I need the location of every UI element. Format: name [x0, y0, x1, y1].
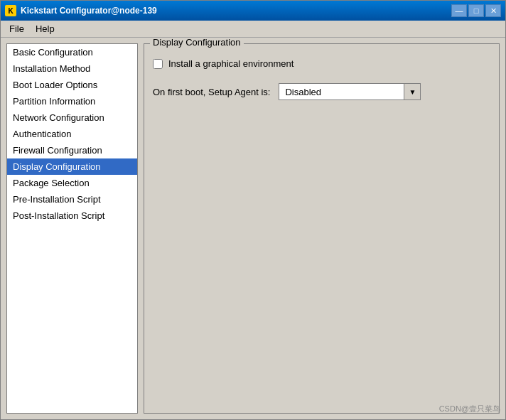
sidebar-item-post-installation-script[interactable]: Post-Installation Script — [7, 208, 137, 224]
title-bar-left: K Kickstart Configurator@node-139 — [5, 5, 157, 16]
install-graphical-checkbox[interactable] — [153, 59, 163, 69]
window-controls: — □ ✕ — [451, 4, 501, 17]
window-title: Kickstart Configurator@node-139 — [21, 6, 157, 16]
sidebar-item-boot-loader-options[interactable]: Boot Loader Options — [7, 77, 137, 93]
sidebar: Basic Configuration Installation Method … — [6, 43, 138, 414]
sidebar-item-basic-configuration[interactable]: Basic Configuration — [7, 44, 137, 60]
setup-agent-dropdown-wrapper: Disabled Enabled Enabled (once) ▼ — [279, 83, 421, 100]
menu-bar: File Help — [1, 21, 505, 38]
sidebar-item-package-selection[interactable]: Package Selection — [7, 175, 137, 191]
sidebar-item-display-configuration[interactable]: Display Configuration — [7, 158, 137, 175]
sidebar-item-firewall-configuration[interactable]: Firewall Configuration — [7, 142, 137, 158]
sidebar-item-pre-installation-script[interactable]: Pre-Installation Script — [7, 191, 137, 208]
display-configuration-group: Display Configuration Install a graphica… — [144, 43, 500, 414]
title-bar: K Kickstart Configurator@node-139 — □ ✕ — [1, 1, 505, 21]
app-icon: K — [5, 5, 16, 16]
setup-agent-row: On first boot, Setup Agent is: Disabled … — [153, 83, 490, 100]
main-content: Basic Configuration Installation Method … — [1, 38, 505, 419]
menu-file[interactable]: File — [4, 22, 30, 36]
watermark: CSDN@壹只菜鸟 — [439, 404, 500, 414]
graphical-env-row: Install a graphical environment — [153, 58, 490, 69]
sidebar-item-partition-information[interactable]: Partition Information — [7, 93, 137, 109]
setup-agent-label: On first boot, Setup Agent is: — [153, 87, 270, 97]
content-area: Display Configuration Install a graphica… — [144, 43, 500, 414]
sidebar-item-installation-method[interactable]: Installation Method — [7, 60, 137, 77]
menu-help[interactable]: Help — [30, 22, 60, 36]
sidebar-item-network-configuration[interactable]: Network Configuration — [7, 109, 137, 126]
sidebar-item-authentication[interactable]: Authentication — [7, 126, 137, 142]
maximize-button[interactable]: □ — [468, 4, 484, 17]
close-button[interactable]: ✕ — [485, 4, 501, 17]
minimize-button[interactable]: — — [451, 4, 467, 17]
install-graphical-label: Install a graphical environment — [168, 58, 294, 69]
setup-agent-select[interactable]: Disabled Enabled Enabled (once) — [279, 83, 421, 100]
main-window: K Kickstart Configurator@node-139 — □ ✕ … — [0, 0, 506, 420]
section-title: Display Configuration — [150, 38, 244, 48]
